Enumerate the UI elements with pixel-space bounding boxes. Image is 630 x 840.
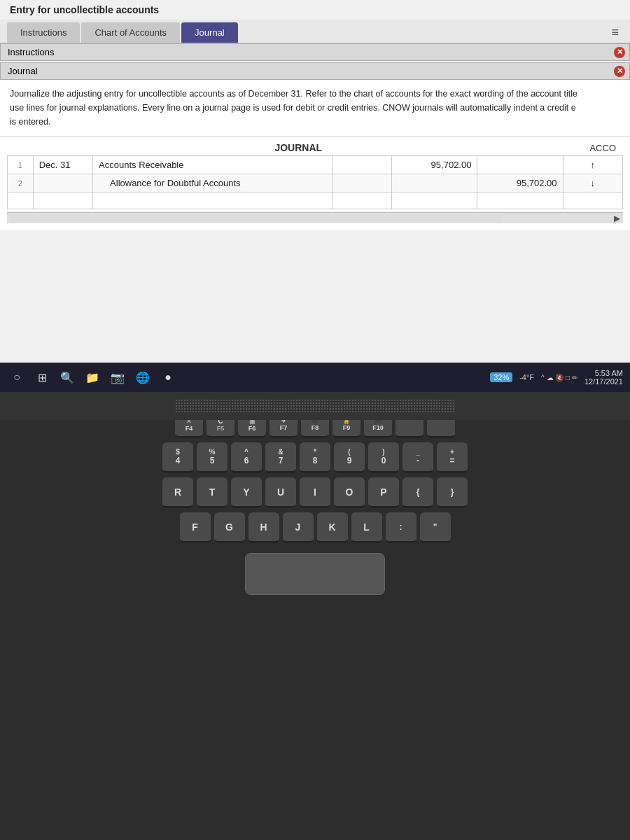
row2-debit bbox=[392, 174, 477, 192]
number-key-row: $4 %5 ^6 &7 *8 (9 )0 _- bbox=[0, 442, 630, 473]
page-title: Entry for uncollectible accounts bbox=[0, 0, 630, 20]
instructions-line1: Journalize the adjusting entry for uncol… bbox=[10, 87, 620, 101]
key-r[interactable]: R bbox=[162, 477, 193, 508]
key-k[interactable]: K bbox=[317, 512, 348, 543]
time-display: 5:53 AM bbox=[584, 369, 623, 377]
speaker-grille bbox=[0, 392, 630, 420]
tab-bar: Instructions Chart of Accounts Journal ≡ bbox=[0, 20, 630, 43]
weather-label: -4°F bbox=[519, 373, 534, 382]
empty-post bbox=[332, 192, 391, 209]
row1-assets: ↑ bbox=[563, 156, 622, 174]
taskbar-right: 32% -4°F ^ ☁ 🔇 □ ✏ 5:53 AM 12/17/2021 bbox=[490, 369, 623, 386]
tab-journal[interactable]: Journal bbox=[181, 22, 238, 43]
row1-debit: 95,702.00 bbox=[392, 156, 477, 174]
menu-icon[interactable]: ≡ bbox=[607, 24, 623, 41]
key-lbracket[interactable]: { bbox=[402, 477, 433, 508]
instructions-line3: is entered. bbox=[10, 115, 620, 129]
row1-post-ref bbox=[332, 156, 391, 174]
page-title-text: Entry for uncollectible accounts bbox=[10, 4, 159, 15]
tab-bar-right: ≡ bbox=[607, 24, 623, 41]
taskbar-icons-row: ^ ☁ 🔇 □ ✏ bbox=[541, 374, 578, 382]
instructions-panel-header: Instructions ✕ bbox=[0, 43, 630, 61]
key-dash[interactable]: _- bbox=[402, 442, 433, 473]
key-u[interactable]: U bbox=[265, 477, 296, 508]
scroll-right-arrow-icon[interactable]: ▶ bbox=[614, 214, 623, 223]
tab-chart-of-accounts[interactable]: Chart of Accounts bbox=[81, 22, 180, 43]
taskbar-folder-icon[interactable]: 📁 bbox=[83, 368, 102, 387]
rtyuiop-key-row: R T Y U I O P { } bbox=[0, 477, 630, 508]
fghjkl-key-row: F G H J K L : " bbox=[0, 512, 630, 543]
row1-num: 1 bbox=[8, 156, 34, 174]
key-semicolon[interactable]: : bbox=[386, 512, 416, 543]
key-g[interactable]: G bbox=[214, 512, 245, 543]
key-l[interactable]: L bbox=[351, 512, 382, 543]
key-amp-7[interactable]: &7 bbox=[265, 442, 296, 473]
row2-credit: 95,702.00 bbox=[477, 174, 563, 192]
keyboard: ✕F4 CF5 ▣F6 ✈F7 ⬛F8 🔒F9 ⬛F10 $4 %5 ^6 &7 bbox=[0, 413, 630, 543]
grille-dots bbox=[175, 399, 455, 413]
table-row: 1 Dec. 31 Accounts Receivable 95,702.00 … bbox=[8, 156, 623, 174]
journal-panel-header: Journal ✕ bbox=[0, 62, 630, 80]
row2-assets: ↓ bbox=[563, 174, 622, 192]
empty-credit bbox=[477, 192, 563, 209]
key-i[interactable]: I bbox=[300, 477, 330, 508]
empty-assets bbox=[563, 192, 622, 209]
key-dollar-4[interactable]: $4 bbox=[162, 442, 193, 473]
instructions-panel-label: Instructions bbox=[8, 47, 54, 57]
journal-title-row: JOURNAL ACCO bbox=[7, 136, 623, 156]
taskbar-edge-icon[interactable]: 🌐 bbox=[133, 368, 153, 387]
key-plus[interactable]: += bbox=[437, 442, 468, 473]
empty-debit bbox=[392, 192, 477, 209]
row1-date: Dec. 31 bbox=[33, 156, 92, 174]
key-p[interactable]: P bbox=[368, 477, 399, 508]
laptop-body: ✕F4 CF5 ▣F6 ✈F7 ⬛F8 🔒F9 ⬛F10 $4 %5 ^6 &7 bbox=[0, 392, 630, 840]
acco-label: ACCO bbox=[589, 143, 623, 153]
app-window: Entry for uncollectible accounts Instruc… bbox=[0, 0, 630, 392]
key-lparen-9[interactable]: (9 bbox=[334, 442, 365, 473]
key-quote[interactable]: " bbox=[420, 512, 451, 543]
key-y[interactable]: Y bbox=[231, 477, 262, 508]
taskbar-camera-icon[interactable]: 📷 bbox=[108, 368, 127, 387]
row2-num: 2 bbox=[8, 174, 34, 192]
empty-date bbox=[33, 192, 92, 209]
key-rparen-0[interactable]: )0 bbox=[368, 442, 399, 473]
taskbar-grid-icon[interactable]: ⊞ bbox=[32, 368, 52, 387]
table-row-empty bbox=[8, 192, 623, 209]
horizontal-scrollbar[interactable]: ▶ bbox=[7, 212, 623, 223]
row2-date bbox=[33, 174, 92, 192]
battery-badge: 32% bbox=[490, 372, 512, 382]
table-row: 2 Allowance for Doubtful Accounts 95,702… bbox=[8, 174, 623, 192]
journal-title: JOURNAL bbox=[7, 142, 589, 153]
journal-area: JOURNAL ACCO DATE DESCRIPTION POST. REF.… bbox=[0, 136, 630, 230]
row2-description: Allowance for Doubtful Accounts bbox=[93, 174, 332, 192]
key-f[interactable]: F bbox=[180, 512, 211, 543]
key-star-8[interactable]: *8 bbox=[300, 442, 330, 473]
key-o[interactable]: O bbox=[334, 477, 365, 508]
key-t[interactable]: T bbox=[197, 477, 227, 508]
row1-credit bbox=[477, 156, 563, 174]
main-content: Instructions ✕ Journal ✕ Journalize the … bbox=[0, 43, 630, 230]
journal-close-button[interactable]: ✕ bbox=[614, 66, 625, 77]
instructions-close-button[interactable]: ✕ bbox=[614, 47, 625, 58]
empty-row-num bbox=[8, 192, 34, 209]
key-caret-6[interactable]: ^6 bbox=[231, 442, 262, 473]
journal-panel-label: Journal bbox=[8, 66, 38, 76]
taskbar-search-icon[interactable]: 🔍 bbox=[57, 368, 77, 387]
taskbar-chrome-icon[interactable]: ● bbox=[158, 368, 178, 387]
touchpad[interactable] bbox=[245, 553, 385, 595]
taskbar-circle-icon[interactable]: ○ bbox=[7, 368, 27, 387]
key-j[interactable]: J bbox=[283, 512, 314, 543]
taskbar-time-date: 5:53 AM 12/17/2021 bbox=[584, 369, 623, 386]
taskbar: ○ ⊞ 🔍 📁 📷 🌐 ● 32% -4°F ^ ☁ 🔇 □ ✏ 5:53 AM… bbox=[0, 363, 630, 392]
date-display: 12/17/2021 bbox=[584, 377, 623, 386]
instructions-line2: use lines for journal explanations. Ever… bbox=[10, 101, 620, 115]
key-rbracket[interactable]: } bbox=[437, 477, 468, 508]
row1-description: Accounts Receivable bbox=[93, 156, 332, 174]
journal-entries-table: 1 Dec. 31 Accounts Receivable 95,702.00 … bbox=[7, 155, 623, 209]
row2-post-ref bbox=[332, 174, 391, 192]
tab-instructions[interactable]: Instructions bbox=[7, 22, 80, 43]
key-h[interactable]: H bbox=[248, 512, 279, 543]
empty-desc bbox=[93, 192, 332, 209]
key-percent-5[interactable]: %5 bbox=[197, 442, 227, 473]
instructions-text-area: Journalize the adjusting entry for uncol… bbox=[0, 80, 630, 136]
